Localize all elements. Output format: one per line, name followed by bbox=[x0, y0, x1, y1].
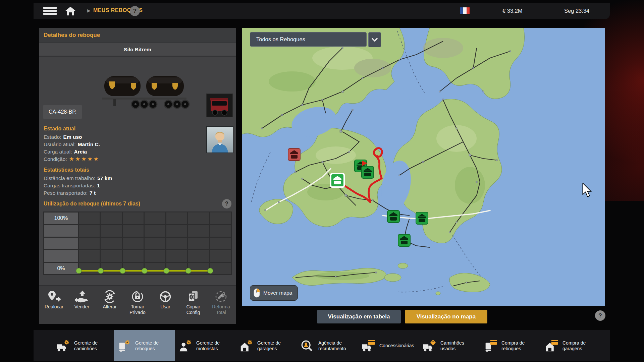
chart-cell bbox=[210, 250, 231, 261]
chart-cell bbox=[210, 263, 231, 274]
current-state-section: Estado atual Estado:Em uso Usuário atual… bbox=[44, 126, 188, 163]
chart-cell bbox=[145, 213, 165, 224]
chart-cell bbox=[79, 263, 100, 274]
sell-hand-icon bbox=[74, 290, 89, 303]
game-time: Seg 23:34 bbox=[564, 8, 589, 14]
chart-cell bbox=[166, 250, 187, 261]
tab-driver-manager[interactable]: Gerente de motoristas bbox=[175, 330, 236, 361]
cargo-row: Carga atual:Areia bbox=[44, 148, 188, 156]
chart-cell bbox=[188, 213, 209, 224]
trailer-marker-green[interactable] bbox=[362, 166, 374, 178]
chart-cell bbox=[210, 213, 231, 224]
game-screen: ▶ MEUS REBOQUES ? € 33,2M Seg 23:34 Deta… bbox=[0, 0, 644, 362]
trailer-details-panel: Detalhes do reboque Silo Bitrem bbox=[39, 28, 236, 324]
change-button[interactable]: Alterar bbox=[97, 290, 122, 310]
total-overhaul-button[interactable]: Reforma Total bbox=[208, 290, 234, 316]
chart-cell bbox=[79, 225, 100, 236]
tab-trailer-manager[interactable]: Gerente de reboques bbox=[114, 330, 175, 361]
move-map-button[interactable]: Mover mapa bbox=[250, 285, 298, 301]
chart-cell bbox=[210, 238, 231, 249]
chart-cell bbox=[188, 250, 209, 261]
home-icon[interactable] bbox=[64, 6, 76, 16]
truck-thumbnail[interactable] bbox=[206, 94, 233, 117]
tab-garage-manager[interactable]: Gerente de garagens bbox=[236, 330, 297, 361]
utilization-section: Utilização do reboque (últimos 7 dias) ? bbox=[44, 201, 232, 207]
weight-row: Peso transportado:7 t bbox=[44, 189, 188, 197]
trailer-marker-green[interactable] bbox=[398, 234, 410, 246]
chart-cell bbox=[123, 213, 144, 224]
chart-axis-label: 0% bbox=[44, 263, 78, 274]
make-private-button[interactable]: Tornar Privado bbox=[125, 290, 150, 316]
mouse-icon bbox=[254, 288, 260, 298]
dropdown-chevron-icon[interactable] bbox=[368, 32, 381, 47]
chart-cell bbox=[123, 225, 144, 236]
trailer-render bbox=[96, 64, 197, 116]
trailer-filter-dropdown[interactable]: Todos os Reboques bbox=[250, 32, 367, 47]
trailer-marker-green[interactable] bbox=[416, 212, 428, 224]
license-plate: CA-428-BP. bbox=[43, 105, 82, 119]
total-stats-heading: Estatísticas totais bbox=[44, 167, 188, 173]
current-state-heading: Estado atual bbox=[44, 126, 188, 132]
chart-cell bbox=[145, 250, 165, 261]
chart-cell bbox=[210, 225, 231, 236]
chart-cell bbox=[79, 250, 100, 261]
utilization-heading: Utilização do reboque (últimos 7 dias) bbox=[44, 201, 232, 207]
chart-cell bbox=[101, 250, 121, 261]
top-bar: ▶ MEUS REBOQUES ? € 33,2M Seg 23:34 bbox=[34, 3, 610, 19]
chart-cell bbox=[145, 263, 165, 274]
trailer-image: CA-428-BP. bbox=[39, 57, 236, 120]
lock-circle-icon bbox=[130, 290, 145, 303]
menu-icon[interactable] bbox=[43, 7, 57, 15]
france-flag-icon bbox=[460, 7, 470, 14]
utilization-help-button[interactable]: ? bbox=[222, 199, 231, 208]
world-map[interactable] bbox=[242, 28, 605, 306]
chart-cell bbox=[188, 225, 209, 236]
pin-arrow-icon bbox=[47, 290, 61, 303]
breadcrumb-chevron-icon: ▶ bbox=[87, 8, 91, 13]
chart-cell bbox=[79, 238, 100, 249]
trailer-marker-green[interactable] bbox=[387, 210, 399, 223]
map-view-button[interactable]: Visualização no mapa bbox=[405, 310, 487, 323]
panel-title: Detalhes do reboque bbox=[39, 28, 236, 43]
tab-trailer-purchase[interactable]: Compra de reboques bbox=[480, 330, 541, 361]
driver-portrait bbox=[206, 126, 233, 153]
steering-wheel-icon bbox=[158, 290, 173, 303]
chart-cell bbox=[188, 238, 209, 249]
tab-dealers[interactable]: Concessionárias bbox=[358, 330, 419, 361]
chart-cell bbox=[123, 250, 144, 261]
condition-row: Condição:★★★★★ bbox=[44, 156, 188, 163]
wrench-circle-icon bbox=[214, 290, 228, 303]
chart-cell bbox=[123, 263, 144, 274]
tab-recruitment-agency[interactable]: Agência de recrutamento bbox=[297, 330, 358, 361]
chart-axis-label bbox=[44, 250, 78, 261]
map-panel: Todos os Reboques Mover mapa bbox=[242, 28, 605, 306]
state-row: Estado:Em uso bbox=[44, 133, 188, 141]
chart-cell bbox=[188, 263, 209, 274]
bottom-tab-bar: Gerente de caminhões Gerente de reboques… bbox=[34, 330, 610, 361]
sell-button[interactable]: Vender bbox=[69, 290, 95, 310]
chart-cell bbox=[166, 263, 187, 274]
trailer-name: Silo Bitrem bbox=[39, 43, 236, 57]
chart-cell bbox=[101, 238, 121, 249]
chart-axis-label: 100% bbox=[44, 213, 78, 224]
chart-cell bbox=[101, 213, 121, 224]
use-button[interactable]: Usar bbox=[153, 290, 178, 310]
tab-truck-manager[interactable]: Gerente de caminhões bbox=[53, 330, 114, 361]
chart-cell bbox=[123, 238, 144, 249]
chart-cell bbox=[145, 225, 165, 236]
trailer-marker-red[interactable] bbox=[288, 148, 300, 161]
breadcrumb-help-button[interactable]: ? bbox=[130, 6, 140, 16]
table-view-button[interactable]: Visualização em tabela bbox=[317, 310, 401, 323]
copy-config-button[interactable]: Copiar Config bbox=[180, 290, 206, 316]
condition-stars: ★★★★★ bbox=[69, 156, 100, 162]
chart-axis-label bbox=[44, 225, 78, 236]
gear-refresh-icon bbox=[102, 290, 117, 303]
chart-axis-label bbox=[44, 238, 78, 249]
user-row: Usuário atual:Martin C. bbox=[44, 141, 188, 148]
trailer-marker-selected[interactable] bbox=[330, 173, 345, 188]
map-help-button[interactable]: ? bbox=[595, 310, 605, 321]
tab-used-trucks[interactable]: Caminhões usados bbox=[419, 330, 480, 361]
chart-cell bbox=[101, 225, 121, 236]
relocate-button[interactable]: Realocar bbox=[41, 290, 67, 310]
tab-garage-purchase[interactable]: Compra de garagens bbox=[541, 330, 602, 361]
